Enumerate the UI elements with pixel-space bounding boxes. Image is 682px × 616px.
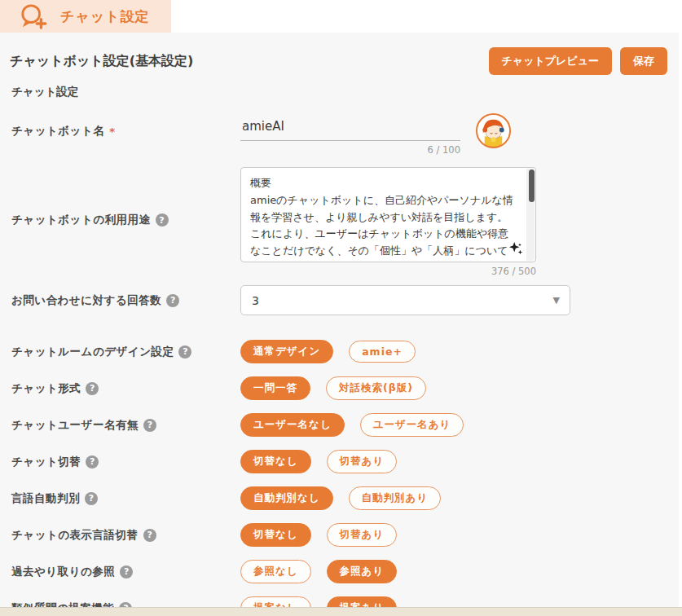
- tab-chat-settings[interactable]: チャット設定: [0, 0, 171, 33]
- usage-label: チャットボットの利用用途: [11, 213, 151, 227]
- toggle-row-label: チャットの表示言語切替: [11, 528, 139, 543]
- toggle-option-pill[interactable]: ユーザー名なし: [240, 413, 345, 437]
- required-mark: *: [109, 125, 115, 138]
- chevron-down-icon: ▼: [553, 295, 560, 306]
- toggle-option-pill[interactable]: 参照あり: [327, 560, 398, 583]
- usage-row: チャットボットの利用用途 ? 概要 amieのチャットボットに、自己紹介やパーソ…: [11, 167, 667, 277]
- toggle-row-label: チャットユーザー名有無: [11, 418, 139, 433]
- help-icon[interactable]: ?: [143, 419, 156, 432]
- toggle-row: 類似質問の提案機能?提案なし提案あり: [11, 590, 667, 607]
- toggle-option-pill[interactable]: 切替あり: [327, 450, 398, 473]
- bot-name-row: チャットボット名 * 6 / 100: [11, 114, 667, 156]
- toggle-row-label: 類似質問の提案機能: [11, 601, 114, 608]
- usage-help-icon[interactable]: ?: [156, 213, 169, 227]
- top-tab-bar: チャット設定: [0, 0, 682, 33]
- toggle-option-pill[interactable]: 通常デザイン: [240, 340, 333, 363]
- section-title-chat-settings: チャット設定: [11, 85, 667, 99]
- toggle-rows-container: チャットルームのデザイン設定?通常デザインamie+チャット形式?一問一答対話検…: [10, 333, 667, 607]
- toggle-option-pill[interactable]: 自動判別あり: [349, 486, 442, 510]
- save-button[interactable]: 保存: [620, 47, 667, 75]
- answer-count-label: お問い合わせに対する回答数: [11, 293, 161, 308]
- usage-textarea[interactable]: 概要 amieのチャットボットに、自己紹介やパーソナルな情報を学習させ、より親し…: [241, 168, 535, 262]
- toggle-option-pill[interactable]: amie+: [349, 341, 416, 363]
- help-icon[interactable]: ?: [85, 492, 98, 505]
- toggle-row-label: チャット形式: [11, 381, 81, 396]
- textarea-scrollbar-thumb[interactable]: [529, 169, 535, 202]
- toggle-option-pill[interactable]: 一問一答: [240, 376, 310, 400]
- page-header: チャットボット設定(基本設定) チャットプレビュー 保存: [10, 47, 667, 75]
- bot-avatar[interactable]: [475, 112, 512, 149]
- help-icon[interactable]: ?: [178, 345, 191, 359]
- toggle-option-pill[interactable]: 提案あり: [327, 596, 398, 607]
- toggle-row: チャットユーザー名有無?ユーザー名なしユーザー名あり: [11, 407, 667, 443]
- toggle-row: 言語自動判別?自動判別なし自動判別あり: [11, 480, 667, 517]
- answer-count-value: 3: [252, 294, 553, 307]
- bot-name-counter: 6 / 100: [240, 144, 460, 156]
- bot-name-input[interactable]: [240, 114, 460, 141]
- help-icon[interactable]: ?: [143, 529, 156, 542]
- bot-name-label: チャットボット名: [11, 124, 104, 139]
- toggle-option-pill[interactable]: 切替なし: [240, 523, 311, 547]
- page-title: チャットボット設定(基本設定): [10, 53, 489, 70]
- toggle-row-label: チャットルームのデザイン設定: [11, 345, 174, 359]
- toggle-row-label: 言語自動判別: [11, 491, 80, 506]
- answer-count-select[interactable]: 3 ▼: [240, 285, 570, 315]
- chat-plus-icon: [18, 3, 49, 29]
- settings-panel: チャットボット設定(基本設定) チャットプレビュー 保存 チャット設定 チャット…: [0, 33, 679, 607]
- answer-count-row: お問い合わせに対する回答数 ? 3 ▼: [11, 285, 667, 315]
- toggle-option-pill[interactable]: 切替あり: [327, 523, 398, 547]
- toggle-row: チャット切替?切替なし切替あり: [11, 443, 667, 480]
- usage-counter: 376 / 500: [240, 266, 536, 277]
- toggle-row: チャット形式?一問一答対話検索(β版): [11, 370, 667, 407]
- help-icon[interactable]: ?: [120, 565, 133, 579]
- toggle-row: 過去やり取りの参照?参照なし参照あり: [11, 553, 667, 590]
- toggle-option-pill[interactable]: 切替なし: [240, 450, 311, 473]
- ai-sparkle-icon[interactable]: [508, 241, 523, 256]
- tab-label: チャット設定: [60, 7, 150, 26]
- toggle-row-label: チャット切替: [11, 455, 81, 469]
- chat-preview-button[interactable]: チャットプレビュー: [489, 47, 612, 75]
- help-icon[interactable]: ?: [86, 455, 99, 469]
- toggle-row-label: 過去やり取りの参照: [11, 565, 115, 579]
- toggle-option-pill[interactable]: 提案なし: [240, 596, 311, 607]
- help-icon[interactable]: ?: [86, 382, 99, 395]
- toggle-option-pill[interactable]: 対話検索(β版): [326, 376, 426, 400]
- toggle-option-pill[interactable]: 参照なし: [240, 560, 311, 583]
- toggle-row: チャットの表示言語切替?切替なし切替あり: [11, 517, 667, 553]
- answer-count-help-icon[interactable]: ?: [166, 294, 179, 307]
- toggle-option-pill[interactable]: ユーザー名あり: [360, 413, 464, 437]
- toggle-row: チャットルームのデザイン設定?通常デザインamie+: [11, 333, 667, 370]
- toggle-option-pill[interactable]: 自動判別なし: [240, 486, 333, 510]
- footer-strip: [0, 607, 682, 616]
